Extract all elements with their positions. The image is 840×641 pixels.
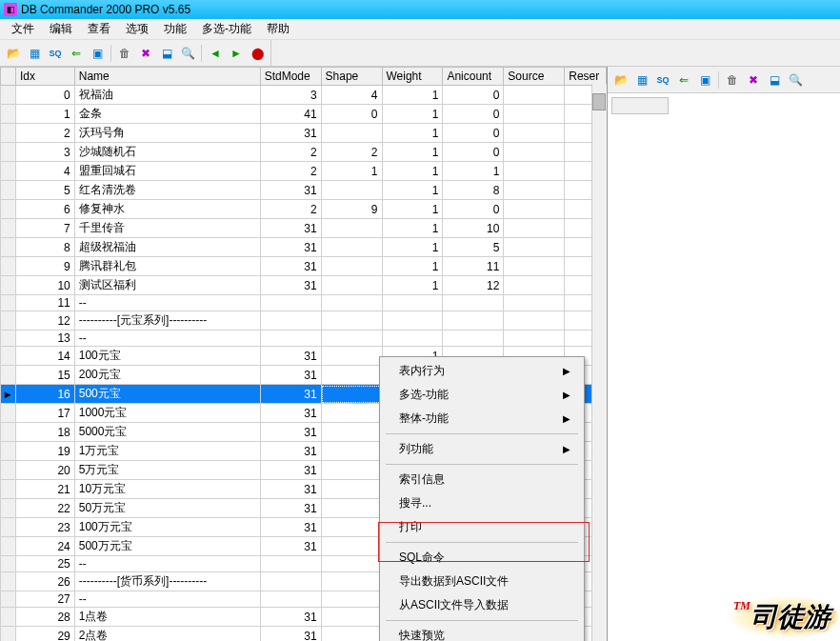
cell-std[interactable]: 31 <box>260 124 321 143</box>
cell-idx[interactable]: 3 <box>15 143 74 162</box>
table-row[interactable]: 7千里传音31110 <box>1 219 607 238</box>
cm-quick-preview[interactable]: 快速预览 <box>382 624 582 641</box>
table-row[interactable]: 0祝福油3410 <box>1 86 607 105</box>
cell-shape[interactable] <box>321 627 382 642</box>
cell-ani[interactable]: 0 <box>443 105 504 124</box>
cell-name[interactable]: 沙城随机石 <box>74 143 260 162</box>
cell-std[interactable]: 31 <box>260 219 321 238</box>
cell-ani[interactable] <box>443 331 504 347</box>
cell-shape[interactable] <box>321 537 382 556</box>
cell-idx[interactable]: 11 <box>15 295 74 311</box>
cm-table-behavior[interactable]: 表内行为▶ <box>382 359 582 383</box>
cell-name[interactable]: 盟重回城石 <box>74 162 260 181</box>
cell-idx[interactable]: 4 <box>15 162 74 181</box>
col-src[interactable]: Source <box>504 68 565 86</box>
cell-name[interactable]: 祝福油 <box>74 86 260 105</box>
cell-ani[interactable] <box>443 295 504 311</box>
cm-col-func[interactable]: 列功能▶ <box>382 437 582 461</box>
cell-idx[interactable]: 6 <box>15 200 74 219</box>
cell-shape[interactable] <box>321 608 382 627</box>
cell-name[interactable]: 千里传音 <box>74 219 260 238</box>
cell-idx[interactable]: 18 <box>15 423 74 442</box>
cell-std[interactable] <box>260 295 321 311</box>
cell-ani[interactable]: 10 <box>443 219 504 238</box>
cell-std[interactable]: 31 <box>260 537 321 556</box>
table-row[interactable]: 3沙城随机石2210 <box>1 143 607 162</box>
cell-idx[interactable]: 19 <box>15 442 74 461</box>
tool2-icon-r[interactable]: ⬓ <box>765 70 784 90</box>
cell-name[interactable]: -- <box>74 556 260 572</box>
next-icon[interactable]: ► <box>227 44 246 63</box>
tool1-icon-r[interactable]: ✖ <box>744 70 763 90</box>
cell-shape[interactable] <box>321 257 382 276</box>
cell-src[interactable] <box>504 295 565 311</box>
cell-ani[interactable] <box>443 311 504 331</box>
cell-shape[interactable] <box>321 238 382 257</box>
cell-src[interactable] <box>504 276 565 295</box>
cell-name[interactable]: -- <box>74 591 260 608</box>
cell-src[interactable] <box>504 200 565 219</box>
sql-icon-r[interactable]: SQ <box>653 70 672 90</box>
table-row[interactable]: 10测试区福利31112 <box>1 276 607 295</box>
cell-std[interactable] <box>260 331 321 347</box>
add-icon-r[interactable]: ▣ <box>695 70 714 90</box>
cell-src[interactable] <box>504 124 565 143</box>
cell-shape[interactable] <box>321 591 382 608</box>
cell-idx[interactable]: 5 <box>15 181 74 200</box>
cell-std[interactable]: 31 <box>260 385 321 404</box>
cell-idx[interactable]: 13 <box>15 331 74 347</box>
cell-name[interactable]: -- <box>74 295 260 311</box>
table-row[interactable]: 6修复神水2910 <box>1 200 607 219</box>
cell-name[interactable]: 1万元宝 <box>74 442 260 461</box>
menu-help[interactable]: 帮助 <box>259 19 297 39</box>
cell-std[interactable]: 31 <box>260 518 321 537</box>
cell-shape[interactable] <box>321 181 382 200</box>
add-icon[interactable]: ▣ <box>88 44 107 63</box>
cm-import-ascii[interactable]: 从ASCII文件导入数据 <box>382 593 582 617</box>
cell-idx[interactable]: 26 <box>15 572 74 591</box>
cell-name[interactable]: 100元宝 <box>74 347 260 366</box>
cell-shape[interactable]: 2 <box>321 143 382 162</box>
cell-std[interactable]: 31 <box>260 499 321 518</box>
grid-icon[interactable]: ▦ <box>25 44 44 63</box>
cell-name[interactable]: ----------[货币系列]---------- <box>74 572 260 591</box>
cell-name[interactable]: 2点卷 <box>74 627 260 642</box>
back-icon[interactable]: ⇐ <box>67 44 86 63</box>
table-row[interactable]: 11-- <box>1 295 607 311</box>
cell-std[interactable]: 41 <box>260 105 321 124</box>
cell-name[interactable]: 红名清洗卷 <box>74 181 260 200</box>
col-weight[interactable]: Weight <box>382 68 443 86</box>
cell-std[interactable]: 31 <box>260 276 321 295</box>
cell-idx[interactable]: 21 <box>15 480 74 499</box>
cell-idx[interactable]: 0 <box>15 86 74 105</box>
cell-shape[interactable] <box>321 366 382 385</box>
cell-shape[interactable]: 9 <box>321 200 382 219</box>
cell-shape[interactable] <box>321 404 382 423</box>
cell-weight[interactable]: 1 <box>382 162 443 181</box>
prev-icon[interactable]: ◄ <box>206 44 225 63</box>
cell-idx[interactable]: 16 <box>15 385 74 404</box>
cell-src[interactable] <box>504 257 565 276</box>
cell-name[interactable]: 腾讯群礼包 <box>74 257 260 276</box>
col-res[interactable]: Reser <box>565 68 607 86</box>
col-std[interactable]: StdMode <box>260 68 321 86</box>
cm-whole-func[interactable]: 整体-功能▶ <box>382 407 582 431</box>
cell-src[interactable] <box>504 86 565 105</box>
cell-shape[interactable] <box>321 572 382 591</box>
cell-shape[interactable] <box>321 423 382 442</box>
cell-src[interactable] <box>504 162 565 181</box>
cell-shape[interactable] <box>321 347 382 366</box>
cell-ani[interactable]: 5 <box>443 238 504 257</box>
cell-idx[interactable]: 15 <box>15 366 74 385</box>
cell-idx[interactable]: 12 <box>15 311 74 331</box>
cell-idx[interactable]: 7 <box>15 219 74 238</box>
cell-src[interactable] <box>504 219 565 238</box>
cell-idx[interactable]: 2 <box>15 124 74 143</box>
delete-icon-r[interactable]: 🗑 <box>723 70 742 90</box>
cell-idx[interactable]: 9 <box>15 257 74 276</box>
open-icon-r[interactable]: 📂 <box>611 70 630 90</box>
cell-shape[interactable] <box>321 442 382 461</box>
menu-func[interactable]: 功能 <box>156 19 194 39</box>
cell-shape[interactable] <box>321 219 382 238</box>
cell-weight[interactable]: 1 <box>382 105 443 124</box>
